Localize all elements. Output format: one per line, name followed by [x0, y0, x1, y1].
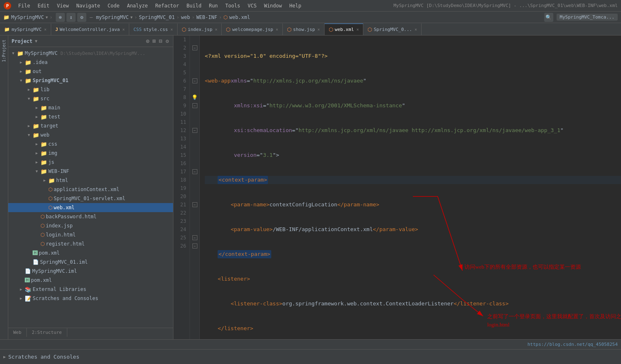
menu-edit[interactable]: Edit: [34, 2, 53, 9]
tab-close-wc[interactable]: ×: [122, 27, 125, 32]
tab-stylecss[interactable]: CSS style.css ×: [129, 24, 178, 35]
tree-loginhtml[interactable]: ⬡ login.html: [8, 230, 173, 239]
breadcrumb-webinf[interactable]: WEB-INF: [196, 14, 217, 20]
gutter-2: −: [190, 44, 199, 52]
tree-pom-inner[interactable]: 🅼 pom.xml: [8, 248, 173, 258]
tree-lib[interactable]: 📁 lib: [8, 85, 173, 94]
breadcrumb-web[interactable]: web: [181, 14, 190, 20]
tree-appctx[interactable]: ⬡ applicationContext.xml: [8, 185, 173, 194]
fold-servlet[interactable]: −: [192, 169, 197, 174]
tab-webxml[interactable]: ⬡ web.xml ×: [325, 24, 363, 35]
tab-close-springmvc0[interactable]: ×: [415, 27, 417, 32]
tree-scratches[interactable]: 📝 Scratches and Consoles: [8, 294, 173, 303]
menu-code[interactable]: Code: [104, 2, 123, 9]
bottom-tab-web[interactable]: Web: [8, 328, 27, 337]
tree-springmvc-servlet[interactable]: ⬡ SpringMVC_01-servlet.xml: [8, 194, 173, 203]
breadcrumb-webxml[interactable]: ⬡ web.xml: [223, 14, 250, 20]
tree-pom-root[interactable]: 🅼 pom.xml: [8, 276, 173, 285]
tab-indexjsp[interactable]: ⬡ index.jsp ×: [178, 24, 222, 35]
code-editor[interactable]: 1 2 3 4 5 6 7 8 9 10 11 12 13 14 15 16 1…: [173, 35, 621, 339]
tree-html-folder[interactable]: 📁 html: [8, 176, 173, 185]
bottom-tab-zstructure[interactable]: 2:Structure: [27, 328, 67, 337]
tab-welcomepage[interactable]: ⬡ welcomepage.jsp ×: [222, 24, 282, 35]
tree-css[interactable]: 📁 css: [8, 139, 173, 149]
collapse-icon[interactable]: ⊟: [158, 37, 163, 45]
menu-navigate[interactable]: Navigate: [73, 2, 104, 9]
tab-icon-jsp: ⬡: [182, 26, 186, 33]
tree-extlibs[interactable]: 📚 External Libraries: [8, 285, 173, 294]
tree-target[interactable]: 📁 target: [8, 121, 173, 130]
test-label: test: [48, 114, 60, 120]
menu-view[interactable]: View: [54, 2, 72, 9]
code-content[interactable]: <?xml version="1.0" encoding="UTF-8"?> <…: [200, 35, 621, 339]
tree-web[interactable]: 📁 web: [8, 130, 173, 139]
tab-close-indexjsp[interactable]: ×: [215, 27, 217, 32]
webinf-arrow: [34, 169, 39, 174]
tree-img[interactable]: 📁 img: [8, 149, 173, 158]
menu-analyze[interactable]: Analyze: [123, 2, 151, 9]
ln-20: 20: [173, 192, 190, 201]
tab-showjsp[interactable]: ⬡ show.jsp ×: [283, 24, 325, 35]
tree-src[interactable]: 📁 src: [8, 94, 173, 103]
springmvc01-label: SpringMVC_01: [33, 78, 69, 83]
locate-icon[interactable]: ⊙: [145, 37, 150, 45]
tab-close-myspringmvc[interactable]: ×: [44, 27, 47, 32]
menu-help[interactable]: Help: [286, 2, 305, 9]
tab-welcomecontroller[interactable]: J WelcomeController.java ×: [51, 24, 129, 35]
settings-icon[interactable]: ⚙: [77, 13, 86, 22]
global-search-icon[interactable]: 🔍: [544, 13, 553, 22]
fold-listener[interactable]: −: [192, 128, 197, 133]
tab-close-showjsp[interactable]: ×: [318, 27, 320, 32]
tree-registerhtml[interactable]: ⬡ register.html: [8, 239, 173, 248]
menu-run[interactable]: Run: [206, 2, 221, 9]
expand-icon[interactable]: ⊞: [152, 37, 157, 45]
sidebar-inner: Project ▼ ⊙ ⊞ ⊟ ⚙ 📁 MySpringMVC D:\Study…: [8, 35, 173, 339]
tree-out[interactable]: 📁 out: [8, 67, 173, 76]
sync-icon[interactable]: ↕: [66, 13, 76, 22]
tree-test[interactable]: 📁 test: [8, 112, 173, 121]
fold-ctxparamend[interactable]: −: [192, 103, 197, 108]
fold-servletmap[interactable]: −: [192, 202, 197, 207]
menu-file[interactable]: File: [15, 2, 33, 9]
tab-close-welcomepage[interactable]: ×: [276, 27, 278, 32]
tab-close-webxml[interactable]: ×: [356, 27, 359, 32]
tree-springmvc01[interactable]: 📁 SpringMVC_01: [8, 76, 173, 85]
tree-root[interactable]: 📁 MySpringMVC D:\StudyDemo\IDEA\MySpring…: [8, 49, 173, 58]
gutter-8: 💡: [190, 93, 199, 102]
fold-webapp-end[interactable]: −: [192, 243, 197, 248]
add-file-icon[interactable]: ⊕: [56, 13, 65, 22]
settings-panel-icon[interactable]: ⚙: [165, 37, 170, 45]
breadcrumb-springmvc01[interactable]: SpringMVC_01: [139, 14, 175, 20]
menu-tools[interactable]: Tools: [222, 2, 244, 9]
panel-header: Project ▼ ⊙ ⊞ ⊟ ⚙: [8, 35, 173, 47]
pom-inner-label: pom.xml: [39, 250, 60, 256]
tree-idea[interactable]: 📁 .idea: [8, 58, 173, 67]
tree-indexjsp[interactable]: ⬡ index.jsp: [8, 221, 173, 230]
project-switcher[interactable]: 📁 MySpringMVC ▼: [3, 14, 48, 20]
tree-myspringmvciml[interactable]: 📄 MySpringMVC.iml: [8, 267, 173, 276]
tab-myspringmvc[interactable]: 📁 mySpringMVC ×: [0, 24, 51, 35]
tree-webinf[interactable]: 📁 WEB-INF: [8, 167, 173, 176]
tree-backpassword[interactable]: ⬡ backPassword.html: [8, 212, 173, 221]
menu-vcs[interactable]: VCS: [244, 2, 260, 9]
menu-window[interactable]: Window: [261, 2, 285, 9]
lightbulb-icon[interactable]: 💡: [192, 95, 198, 100]
tomcat-button[interactable]: MySpringMVC_Tomca...: [557, 14, 618, 21]
menu-refactor[interactable]: Refactor: [152, 2, 183, 9]
status-url[interactable]: https://blog.csdn.net/qq_45058254: [527, 342, 618, 347]
scratches-panel[interactable]: ▶ Scratches and Consoles: [3, 354, 79, 360]
fold-ctxparam[interactable]: −: [192, 78, 197, 83]
myspringmvciml-arrow: [19, 269, 24, 274]
tree-js[interactable]: 📁 js: [8, 158, 173, 167]
fold-welcomelist[interactable]: −: [192, 235, 197, 240]
tree-springmvc01iml[interactable]: 📄 SpringMVC_01.iml: [8, 258, 173, 267]
tab-springmvc0[interactable]: ⬡ SpringMVC_0... ×: [363, 24, 422, 35]
vtab-project[interactable]: 1:Project: [0, 35, 7, 66]
panel-dropdown[interactable]: ▼: [35, 39, 38, 43]
menu-build[interactable]: Build: [183, 2, 205, 9]
fold-webap[interactable]: −: [192, 45, 197, 50]
tab-close-css[interactable]: ×: [171, 27, 173, 32]
out-label: out: [33, 69, 42, 74]
tree-main[interactable]: 📁 main: [8, 103, 173, 112]
tree-webxml[interactable]: ⬡ web.xml: [8, 203, 173, 212]
